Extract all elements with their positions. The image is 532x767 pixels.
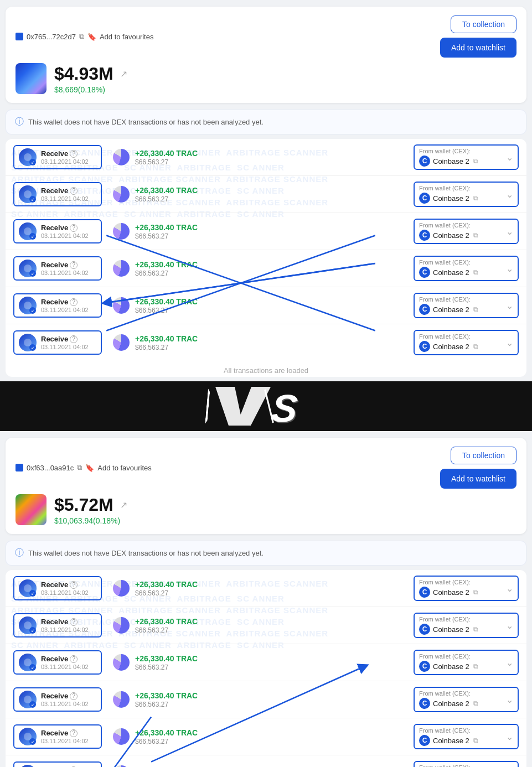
coinbase-c: C [422,268,427,276]
tx-left-col: ↙ Receive ? 03.11.2021 04:02 [13,724,102,749]
tx-left-col: ↙ Receive ? 03.11.2021 04:02 [13,613,102,638]
tx-middle-col: +26,330.40 TRAC $66,563.27 [107,223,414,240]
svg-marker-4 [211,387,270,426]
tx-copy-icon[interactable]: ⧉ [473,194,478,202]
tx-right-col: From wallet (CEX): C Coinbase 2 ⧉ ⌄ [414,761,519,767]
tx-avatar: ↙ [19,579,37,597]
wallet1-add-fav[interactable]: Add to favourites [100,33,154,41]
coinbase-logo: C [419,156,430,167]
tx-date: 03.11.2021 04:02 [41,626,89,633]
tx-copy-icon[interactable]: ⧉ [473,625,478,633]
tx-expand-icon[interactable]: ⌄ [502,695,513,705]
wallet2-collection-button[interactable]: To collection [451,447,516,464]
tx-help-icon[interactable]: ? [70,335,78,343]
tx-copy-icon[interactable]: ⧉ [473,588,478,596]
wallet2-share-icon[interactable]: ↗ [120,500,127,510]
tx-help-icon[interactable]: ? [70,187,78,195]
tx-amount: +26,330.40 TRAC [135,186,198,195]
tx-right-col: From wallet (CEX): C Coinbase 2 ⧉ ⌄ [414,724,519,749]
tx-expand-icon[interactable]: ⌄ [502,300,513,311]
tx-date: 03.11.2021 04:02 [41,344,89,350]
tx-from-label: From wallet (CEX): [419,296,478,303]
trac-icon [113,580,130,597]
trac-icon [113,654,130,671]
tx-from-label: From wallet (CEX): [419,333,478,340]
tx-help-icon[interactable]: ? [70,150,78,158]
wallet2-header: 0xf63...0aa91c ⧉ 🔖 Add to favourites To … [6,438,526,534]
tx-amount: +26,330.40 TRAC [135,260,198,269]
wallet1-share-icon[interactable]: ↗ [120,69,127,79]
tx-date: 03.11.2021 04:02 [41,270,89,276]
tx-left-col: ↙ Receive ? 03.11.2021 04:02 [13,650,102,675]
tx-wallet-name: Coinbase 2 [433,662,469,671]
tx-expand-icon[interactable]: ⌄ [502,657,513,668]
wallet2-add-fav[interactable]: Add to favourites [97,464,152,472]
tx-expand-icon[interactable]: ⌄ [502,338,513,348]
tx-copy-icon[interactable]: ⧉ [473,343,478,350]
tx-type: Receive [41,261,68,269]
tx-from-label: From wallet (CEX): [419,690,478,697]
trac-icon [113,186,130,203]
tx-amount: +26,330.40 TRAC [135,297,198,306]
tx-help-icon[interactable]: ? [70,261,78,269]
tx-left-col: ↙ Receive ? 03.11.2021 04:02 [13,687,102,712]
tx-copy-icon[interactable]: ⧉ [473,268,478,276]
tx-copy-icon[interactable]: ⧉ [473,737,478,744]
wallet2-address-row: 0xf63...0aa91c ⧉ 🔖 Add to favourites [16,463,152,472]
tx-help-icon[interactable]: ? [70,692,78,700]
tx-copy-icon[interactable]: ⧉ [473,157,478,165]
tx-middle-col: +26,330.40 TRAC $66,563.27 [107,186,414,203]
tx-help-icon[interactable]: ? [70,729,78,737]
tx-help-icon[interactable]: ? [70,224,78,232]
tx-help-icon[interactable]: ? [70,655,78,663]
wallet1-watchlist-button[interactable]: Add to watchlist [440,38,516,58]
coinbase-logo: C [419,698,430,709]
table-row: ↙ Receive ? 03.11.2021 04:02 [6,681,526,718]
tx-amount: +26,330.40 TRAC [135,580,198,589]
tx-usd: $66,563.27 [135,738,198,745]
tx-expand-icon[interactable]: ⌄ [502,189,513,200]
tx-left-col: ↙ Receive ? 03.11.2021 04:02 [13,293,102,318]
bookmark-icon-1: 🔖 [87,33,96,41]
tx-amount: +26,330.40 TRAC [135,728,198,737]
tx-copy-icon[interactable]: ⧉ [473,699,478,707]
wallet2-copy-icon[interactable]: ⧉ [77,463,82,472]
tx-middle-col: +26,330.40 TRAC $66,563.27 [107,149,414,166]
tx-help-icon[interactable]: ? [70,618,78,626]
tx-help-icon[interactable]: ? [70,298,78,306]
tx-right-col: From wallet (CEX): C Coinbase 2 ⧉ ⌄ [414,613,519,638]
tx-middle-col: +26,330.40 TRAC $66,563.27 [107,580,414,597]
tx-expand-icon[interactable]: ⌄ [502,152,513,163]
receive-arrow-icon: ↙ [29,590,36,597]
tx-copy-icon[interactable]: ⧉ [473,662,478,670]
tx-expand-icon[interactable]: ⌄ [502,620,513,631]
tx-expand-icon[interactable]: ⌄ [502,226,513,237]
tx-expand-icon[interactable]: ⌄ [502,583,513,594]
tx-right-col: From wallet (CEX): C Coinbase 2 ⧉ ⌄ [414,182,519,207]
wallet1-collection-button[interactable]: To collection [451,15,516,33]
wallet1-address-row: 0x765...72c2d7 ⧉ 🔖 Add to favourites [16,32,153,41]
table-row: ↙ Receive ? 03.11.2021 04:02 [6,176,526,213]
tx-type: Receive [41,581,68,589]
trac-icon [113,617,130,634]
trac-icon [113,728,130,745]
coinbase-logo: C [419,267,430,278]
tx-expand-icon[interactable]: ⌄ [502,263,513,274]
tx-avatar: ↙ [19,616,37,634]
wallet1-tx-panel: ARBITRAGE SCANNER ARBITRAGE SCANNER ARBI… [6,139,526,377]
tx-help-icon[interactable]: ? [70,581,78,589]
tx-copy-icon[interactable]: ⧉ [473,231,478,239]
tx-type: Receive [41,298,68,306]
wallet1-copy-icon[interactable]: ⧉ [79,32,84,41]
tx-left-col: ↙ Receive ? 03.11.2021 04:02 [13,256,102,281]
wallet2-value: $5.72M [54,495,113,515]
tx-type: Receive [41,729,68,737]
tx-expand-icon[interactable]: ⌄ [502,732,513,742]
tx-copy-icon[interactable]: ⧉ [473,305,478,313]
tx-amount: +26,330.40 TRAC [135,765,198,768]
tx-middle-col: +26,330.40 TRAC $66,563.27 [107,260,414,277]
tx-type: Receive [41,655,68,663]
coinbase-logo: C [419,230,430,241]
tx-date: 03.11.2021 04:02 [41,232,89,239]
wallet2-watchlist-button[interactable]: Add to watchlist [440,469,516,489]
